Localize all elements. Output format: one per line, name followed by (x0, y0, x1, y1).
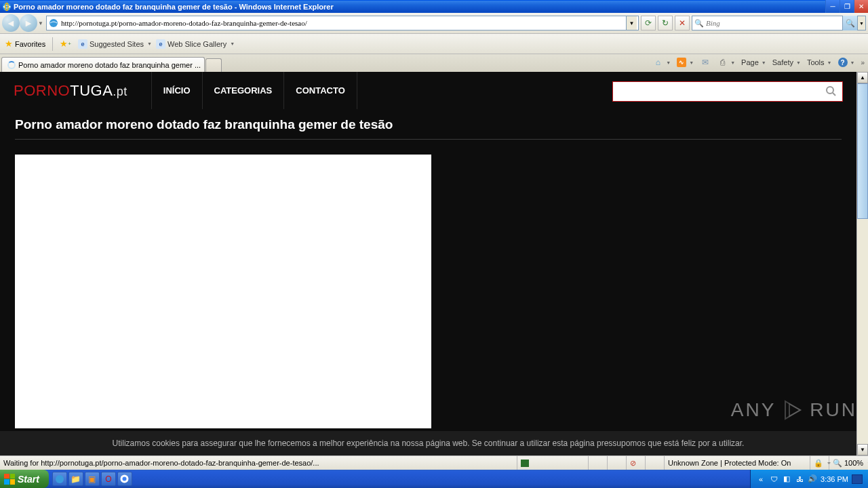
search-go-button[interactable]: 🔍 (842, 16, 857, 30)
clock[interactable]: 3:36 PM (821, 475, 848, 483)
site-logo[interactable]: PORNOTUGA.pt (14, 82, 127, 100)
maximize-button[interactable]: ❐ (840, 0, 854, 13)
opera-taskbar-icon[interactable]: O (101, 472, 116, 486)
favorites-button[interactable]: ★ Favorites (2, 37, 48, 50)
plus-icon: + (68, 41, 71, 47)
nav-inicio[interactable]: INÍCIO (151, 72, 203, 109)
tools-menu[interactable]: Tools▼ (805, 57, 834, 68)
status-cell (645, 456, 664, 470)
status-text: Waiting for http://pornotuga.pt/porno-am… (0, 459, 517, 467)
system-tray: « 🛡 ◧ 🖧 🔊 3:36 PM (750, 470, 868, 488)
taskbar: Start 📁 ▣ O « 🛡 ◧ 🖧 🔊 3:36 PM (0, 470, 868, 488)
quick-launch: 📁 ▣ O (49, 470, 136, 488)
search-input[interactable] (706, 19, 842, 27)
progress-bar (521, 460, 529, 467)
command-bar: ⌂▼ ∿▼ ✉ ⎙▼ Page▼ Safety▼ Tools▼ ?▼ » (650, 56, 867, 69)
minimize-button[interactable]: ─ (825, 0, 840, 13)
tab-active[interactable]: Porno amador moreno dotado faz branquinh… (1, 57, 205, 72)
explorer-taskbar-icon[interactable]: 📁 (68, 472, 83, 486)
address-bar: ▼ (46, 16, 639, 30)
refresh-button[interactable]: ↻ (658, 16, 673, 30)
star-add-icon: ★ (60, 39, 68, 49)
network-icon[interactable]: 🖧 (795, 474, 804, 484)
url-input[interactable] (59, 19, 626, 27)
status-cell (588, 456, 607, 470)
ie-mini-icon: e (156, 39, 165, 49)
navbar: ◄ ► ▼ ▼ ⟳ ↻ ✕ 🔍 🔍 ▼ (0, 13, 868, 34)
content-viewport: PORNOTUGA.pt INÍCIO CATEGORIAS CONTACTO … (0, 72, 868, 455)
titlebar: Porno amador moreno dotado faz branquinh… (0, 0, 868, 13)
nav-history-dropdown[interactable]: ▼ (37, 20, 44, 26)
forward-button[interactable]: ► (20, 14, 37, 32)
volume-icon[interactable]: 🔊 (808, 474, 817, 484)
site-search-button[interactable] (821, 85, 842, 98)
tray-expand-icon[interactable]: « (756, 474, 766, 484)
suggested-label: Suggested Sites (90, 40, 144, 48)
more-commands-button[interactable]: » (859, 59, 867, 66)
webslice-label: Web Slice Gallery (167, 40, 226, 48)
url-dropdown[interactable]: ▼ (626, 16, 637, 30)
search-bar: 🔍 🔍 ▼ (692, 16, 866, 30)
site-nav: INÍCIO CATEGORIAS CONTACTO (151, 72, 357, 109)
favorites-bar: ★ Favorites ★ + e Suggested Sites ▼ e We… (0, 34, 868, 54)
print-button[interactable]: ⎙▼ (715, 56, 737, 69)
page-icon (48, 18, 59, 28)
scroll-up-button[interactable]: ▲ (857, 72, 868, 83)
close-button[interactable]: ✕ (854, 0, 868, 13)
stop-button[interactable]: ✕ (675, 16, 690, 30)
show-desktop-button[interactable] (852, 474, 863, 484)
media-taskbar-icon[interactable]: ▣ (85, 472, 100, 486)
site-search-input[interactable] (613, 87, 821, 96)
svg-point-7 (56, 475, 64, 483)
loading-spinner-icon (7, 60, 16, 70)
cookie-notice: Utilizamos cookies para assegurar que lh… (0, 431, 856, 455)
security-zone: Unknown Zone | Protected Mode: On (664, 456, 810, 470)
home-button[interactable]: ⌂▼ (650, 56, 673, 69)
window-title: Porno amador moreno dotado faz branquinh… (14, 3, 825, 11)
rss-icon: ∿ (677, 58, 686, 67)
page-menu[interactable]: Page▼ (739, 57, 768, 68)
add-favorite-button[interactable]: ★ + (57, 37, 74, 50)
scroll-down-button[interactable]: ▼ (857, 444, 868, 455)
mail-icon: ✉ (700, 57, 711, 68)
ie-taskbar-icon[interactable] (52, 472, 67, 486)
chevron-down-icon: ▼ (147, 41, 152, 46)
tab-title: Porno amador moreno dotado faz branquinh… (18, 61, 201, 69)
ie-icon (2, 2, 12, 12)
video-player[interactable] (15, 155, 431, 428)
progress-cell (517, 456, 588, 470)
search-options-dropdown[interactable]: ▼ (857, 16, 865, 30)
nav-contacto[interactable]: CONTACTO (284, 72, 357, 109)
page-heading: Porno amador moreno dotado faz branquinh… (15, 109, 842, 140)
start-button[interactable]: Start (0, 470, 49, 488)
svg-line-4 (833, 93, 835, 96)
read-mail-button[interactable]: ✉ (698, 56, 713, 69)
search-provider-icon[interactable]: 🔍 (692, 19, 706, 28)
compat-view-button[interactable]: ⟳ (641, 16, 656, 30)
back-button[interactable]: ◄ (2, 14, 20, 32)
windows-logo-icon (4, 474, 15, 485)
scroll-thumb[interactable] (857, 83, 868, 219)
protected-mode-icon[interactable]: 🔒▼ (810, 456, 829, 470)
security-shield-icon[interactable]: 🛡 (769, 474, 778, 484)
status-cell (607, 456, 626, 470)
svg-point-9 (123, 477, 127, 481)
zoom-control[interactable]: 🔍100% ▼ (829, 456, 868, 470)
search-icon (825, 85, 837, 98)
feeds-button[interactable]: ∿▼ (675, 56, 696, 68)
scrollbar[interactable]: ▲ ▼ (856, 72, 868, 455)
cookie-text: Utilizamos cookies para assegurar que lh… (113, 439, 745, 448)
web-slice-link[interactable]: e Web Slice Gallery ▼ (156, 39, 235, 49)
safety-menu[interactable]: Safety▼ (770, 57, 803, 68)
webpage: PORNOTUGA.pt INÍCIO CATEGORIAS CONTACTO … (0, 72, 856, 455)
tray-app-icon[interactable]: ◧ (782, 474, 791, 484)
popup-blocker-icon[interactable]: ⊘ (626, 456, 645, 470)
suggested-sites-link[interactable]: e Suggested Sites ▼ (78, 39, 152, 49)
ie-mini-icon: e (78, 39, 87, 49)
nav-categorias[interactable]: CATEGORIAS (203, 72, 285, 109)
chrome-taskbar-icon[interactable] (117, 472, 132, 486)
help-button[interactable]: ?▼ (836, 56, 857, 68)
new-tab-button[interactable] (205, 58, 222, 72)
help-icon: ? (838, 58, 848, 67)
site-search (612, 81, 843, 102)
